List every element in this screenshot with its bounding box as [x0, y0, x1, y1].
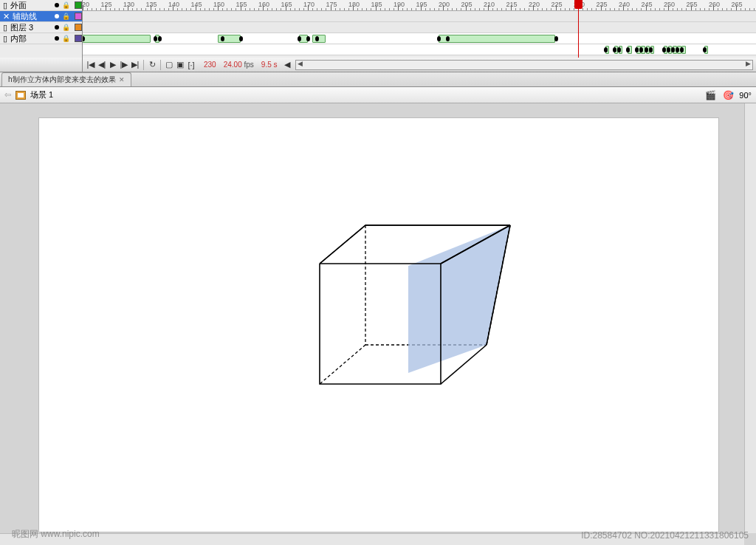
visibility-dot-icon[interactable] [55, 36, 59, 41]
layer-color-swatch[interactable] [75, 24, 82, 31]
edit-multiple-button[interactable]: [·] [186, 60, 196, 70]
scene-name[interactable]: 场景 1 [30, 89, 53, 100]
track-row[interactable] [83, 33, 756, 44]
page-icon: ▯ [3, 34, 7, 44]
scene-icon [16, 91, 26, 100]
layer-name: 辅助线 [13, 11, 52, 22]
edit-symbol-button[interactable]: 🎯 [721, 89, 735, 101]
playhead[interactable] [578, 0, 579, 58]
timeline-footer: |◀ ◀| ▶ |▶ ▶| ↻ ▢ ▣ [·] 230 24.00 fps 9.… [0, 58, 756, 72]
prev-frame-button[interactable]: ◀| [97, 60, 107, 70]
tab-title: h制作立方体内部变来变去的效果 [8, 75, 116, 85]
fps-label: fps [244, 61, 254, 69]
timeline-tracks[interactable]: 1201251301351401451501551601651701751801… [83, 0, 756, 58]
lock-icon[interactable]: 🔒 [62, 1, 70, 9]
layer-row[interactable]: ✕ 辅助线 🔒 [0, 11, 82, 22]
layer-name: 内部 [10, 33, 52, 44]
layer-name: 图层 3 [10, 22, 52, 33]
back-button[interactable]: ⇦ [4, 90, 11, 100]
svg-line-4 [320, 225, 365, 264]
first-frame-button[interactable]: |◀ [86, 60, 96, 70]
onion-skin-button[interactable]: ▢ [164, 60, 174, 70]
layer-row[interactable]: ▯ 内部 🔒 [0, 33, 82, 44]
guide-icon: ✕ [3, 12, 10, 21]
layer-color-swatch[interactable] [75, 35, 82, 42]
playhead-handle[interactable] [574, 0, 583, 9]
lock-icon[interactable]: 🔒 [62, 35, 70, 42]
current-frame: 230 [204, 61, 216, 69]
document-tab[interactable]: h制作立方体内部变来变去的效果 ✕ [1, 72, 131, 86]
page-icon: ▯ [3, 23, 7, 32]
layer-name: 外面 [10, 0, 52, 11]
track-row[interactable] [83, 22, 756, 33]
lock-icon[interactable]: 🔒 [62, 24, 70, 31]
cube-drawing [312, 218, 519, 410]
stage[interactable] [0, 103, 756, 545]
track-row[interactable] [83, 44, 756, 55]
svg-line-1 [320, 345, 365, 384]
last-frame-button[interactable]: ▶| [130, 60, 140, 70]
playback-controls: |◀ ◀| ▶ |▶ ▶| ↻ ▢ ▣ [·] [83, 58, 199, 72]
elapsed-time: 9.5 s [261, 61, 278, 69]
visibility-dot-icon[interactable] [55, 25, 59, 30]
svg-marker-3 [408, 225, 510, 373]
document-tabs: h制作立方体内部变来变去的效果 ✕ [0, 72, 756, 87]
visibility-dot-icon[interactable] [55, 3, 59, 7]
next-frame-button[interactable]: |▶ [119, 60, 129, 70]
play-button[interactable]: ▶ [108, 60, 118, 70]
edit-scene-button[interactable]: 🎬 [704, 89, 717, 101]
layer-row[interactable]: ▯ 图层 3 🔒 [0, 22, 82, 33]
layer-list: ▯ 外面 🔒 ✕ 辅助线 🔒 ▯ 图层 3 🔒 ▯ [0, 0, 83, 58]
watermark-right: ID:28584702 NO:20210421211331806105 [581, 530, 749, 541]
visibility-dot-icon[interactable] [55, 14, 59, 18]
lock-icon[interactable]: 🔒 [62, 13, 70, 20]
timeline-status: 230 24.00 fps 9.5 s [199, 61, 282, 69]
loop-button[interactable]: ↻ [147, 60, 157, 70]
canvas[interactable] [39, 118, 718, 532]
track-row[interactable] [83, 11, 756, 22]
scroll-left-button[interactable]: ◀ [282, 60, 292, 70]
timeline-scrollbar[interactable] [295, 60, 753, 70]
layer-color-swatch[interactable] [75, 13, 82, 20]
frame-ruler[interactable]: 1201251301351401451501551601651701751801… [83, 0, 756, 11]
onion-skin-outline-button[interactable]: ▣ [175, 60, 185, 70]
layer-row[interactable]: ▯ 外面 🔒 [0, 0, 82, 11]
page-icon: ▯ [3, 1, 7, 10]
zoom-value[interactable]: 90° [739, 91, 752, 100]
watermark-left: 昵图网 www.nipic.com [12, 528, 100, 541]
edit-bar: ⇦ 场景 1 🎬 🎯 90° [0, 87, 756, 103]
close-icon[interactable]: ✕ [119, 76, 125, 83]
vertical-scrollbar[interactable] [744, 103, 756, 533]
fps-value: 24.00 [224, 61, 242, 69]
timeline-panel: ▯ 外面 🔒 ✕ 辅助线 🔒 ▯ 图层 3 🔒 ▯ [0, 0, 756, 58]
layer-color-swatch[interactable] [75, 1, 82, 9]
